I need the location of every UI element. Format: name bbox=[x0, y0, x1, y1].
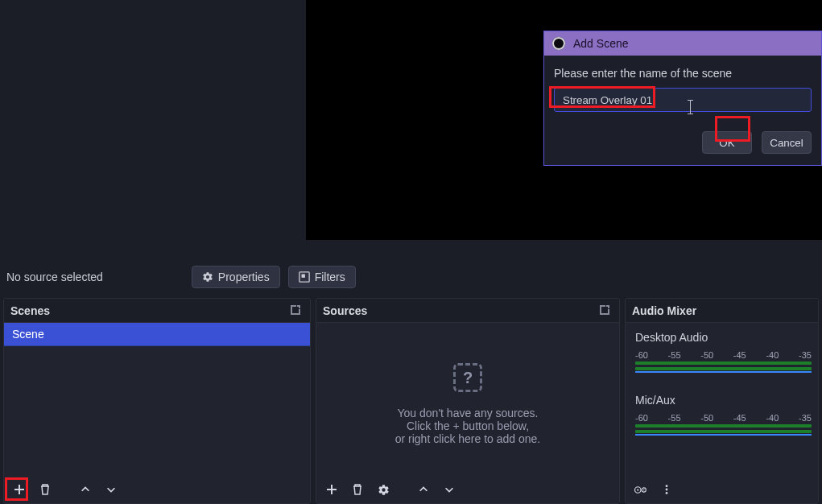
svg-point-7 bbox=[666, 489, 668, 491]
filters-icon bbox=[299, 271, 310, 283]
mixer-settings-button[interactable] bbox=[630, 479, 651, 500]
svg-point-8 bbox=[666, 492, 668, 494]
volume-meter bbox=[635, 361, 812, 371]
svg-point-3 bbox=[637, 489, 638, 490]
sources-panel: Sources ? You don't have any sources. Cl… bbox=[316, 298, 620, 504]
scene-name-input[interactable] bbox=[554, 88, 812, 112]
mixer-channel: Mic/Aux -60 -55 -50 -45 -40 -35 bbox=[635, 394, 812, 434]
mixer-channel-name: Mic/Aux bbox=[635, 394, 812, 407]
move-source-down-button[interactable] bbox=[439, 479, 460, 500]
scenes-panel: Scenes Scene bbox=[3, 298, 311, 504]
remove-source-button[interactable] bbox=[347, 479, 368, 500]
trash-icon bbox=[351, 483, 364, 496]
move-scene-up-button[interactable] bbox=[75, 479, 96, 500]
filters-label: Filters bbox=[315, 271, 345, 283]
sources-empty-line1: You don't have any sources. bbox=[316, 407, 619, 419]
mixer-ticks: -60 -55 -50 -45 -40 -35 bbox=[635, 350, 812, 360]
chevron-down-icon bbox=[444, 484, 455, 495]
gear-icon bbox=[378, 484, 390, 496]
kebab-icon bbox=[661, 484, 672, 495]
mixer-menu-button[interactable] bbox=[656, 479, 677, 500]
plus-icon bbox=[325, 483, 338, 496]
chevron-down-icon bbox=[105, 484, 117, 495]
text-cursor bbox=[688, 100, 693, 101]
obs-icon bbox=[552, 37, 565, 50]
ok-button[interactable]: OK bbox=[702, 131, 752, 154]
scene-item[interactable]: Scene bbox=[4, 323, 310, 346]
add-scene-button[interactable] bbox=[9, 479, 30, 500]
sources-empty-line3: or right click here to add one. bbox=[316, 432, 619, 445]
dialog-titlebar[interactable]: Add Scene bbox=[544, 31, 821, 56]
svg-point-6 bbox=[666, 485, 668, 487]
popout-icon[interactable] bbox=[289, 304, 304, 318]
text-cursor bbox=[690, 101, 691, 114]
properties-label: Properties bbox=[218, 271, 270, 283]
cancel-button[interactable]: Cancel bbox=[762, 131, 812, 154]
sources-empty-line2: Click the + button below, bbox=[316, 419, 619, 432]
trash-icon bbox=[39, 483, 52, 496]
move-scene-down-button[interactable] bbox=[101, 479, 122, 500]
filters-button[interactable]: Filters bbox=[288, 266, 356, 288]
mixer-channel: Desktop Audio -60 -55 -50 -45 -40 -35 bbox=[635, 331, 812, 371]
sources-title: Sources bbox=[323, 304, 598, 317]
dialog-prompt: Please enter the name of the scene bbox=[554, 67, 812, 80]
audio-mixer-panel: Audio Mixer Desktop Audio -60 -55 -50 -4… bbox=[625, 298, 819, 504]
properties-button[interactable]: Properties bbox=[192, 266, 280, 288]
text-cursor bbox=[688, 114, 693, 114]
remove-scene-button[interactable] bbox=[35, 479, 56, 500]
source-toolbar: No source selected Properties Filters bbox=[0, 259, 822, 295]
chevron-up-icon bbox=[80, 484, 91, 495]
mixer-channel-name: Desktop Audio bbox=[635, 331, 812, 344]
add-source-button[interactable] bbox=[321, 479, 342, 500]
mixer-ticks: -60 -55 -50 -45 -40 -35 bbox=[635, 413, 812, 423]
dialog-title-text: Add Scene bbox=[573, 37, 629, 50]
sources-body[interactable]: ? You don't have any sources. Click the … bbox=[316, 323, 619, 476]
svg-rect-1 bbox=[301, 275, 304, 278]
volume-meter bbox=[635, 424, 812, 434]
plus-icon bbox=[13, 483, 26, 496]
gears-icon bbox=[634, 484, 648, 496]
scenes-title: Scenes bbox=[10, 304, 289, 317]
gear-icon bbox=[202, 271, 213, 283]
chevron-up-icon bbox=[418, 484, 429, 495]
mixer-title: Audio Mixer bbox=[632, 304, 812, 317]
popout-icon[interactable] bbox=[598, 304, 613, 318]
move-source-up-button[interactable] bbox=[413, 479, 434, 500]
question-icon: ? bbox=[453, 363, 482, 392]
svg-point-5 bbox=[643, 489, 645, 490]
add-scene-dialog: Add Scene Please enter the name of the s… bbox=[543, 31, 822, 166]
source-properties-button[interactable] bbox=[373, 479, 394, 500]
status-text: No source selected bbox=[6, 271, 103, 283]
